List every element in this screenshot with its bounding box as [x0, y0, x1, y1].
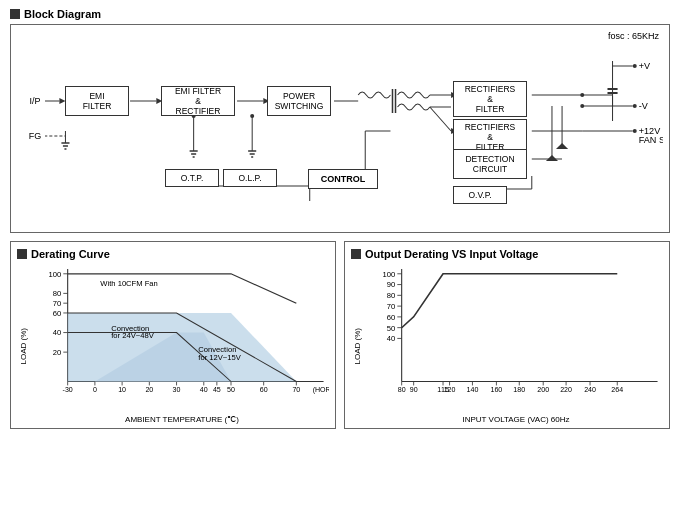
derating-square-icon	[17, 249, 27, 259]
svg-marker-43	[556, 143, 568, 149]
block-diagram-header: Block Diagram	[10, 8, 670, 20]
output-derating-x-axis-label: INPUT VOLTAGE (VAC) 60Hz	[369, 415, 663, 424]
svg-text:50: 50	[387, 324, 395, 333]
svg-text:(HORIZONTAL): (HORIZONTAL)	[313, 387, 329, 395]
svg-text:60: 60	[260, 387, 268, 394]
output-derating-title: Output Derating VS Input Voltage	[365, 248, 538, 260]
derating-curve-header: Derating Curve	[17, 248, 329, 260]
svg-text:10: 10	[118, 387, 126, 394]
output-derating-chart-container: LOAD (%) 100 90 80	[351, 264, 663, 424]
svg-text:0: 0	[93, 387, 97, 394]
svg-text:-30: -30	[63, 387, 73, 394]
svg-text:100: 100	[48, 270, 61, 279]
svg-text:60: 60	[53, 309, 61, 318]
otp-box: O.T.P.	[165, 169, 219, 187]
olp-box: O.L.P.	[223, 169, 277, 187]
power-switching-box: POWERSWITCHING	[267, 86, 331, 116]
derating-chart-svg: 100 80 70 60 40 20	[35, 264, 329, 406]
svg-text:for 12V~15V: for 12V~15V	[198, 353, 241, 362]
svg-text:70: 70	[387, 302, 395, 311]
svg-text:240: 240	[584, 387, 596, 394]
svg-text:140: 140	[467, 387, 479, 394]
svg-text:-V: -V	[639, 101, 648, 111]
svg-text:50: 50	[227, 387, 235, 394]
svg-text:90: 90	[387, 281, 395, 290]
ip-label: I/P	[25, 91, 45, 111]
svg-point-36	[633, 129, 637, 133]
svg-text:FAN SUPPLY: FAN SUPPLY	[639, 135, 663, 145]
derating-curve-title: Derating Curve	[31, 248, 110, 260]
output-derating-y-axis-label: LOAD (%)	[353, 328, 362, 364]
fg-label: FG	[25, 128, 45, 144]
svg-text:220: 220	[560, 387, 572, 394]
svg-text:for 24V~48V: for 24V~48V	[111, 332, 154, 341]
svg-line-19	[430, 107, 451, 131]
output-derating-section: Output Derating VS Input Voltage LOAD (%…	[344, 241, 670, 429]
svg-text:60: 60	[387, 313, 395, 322]
page: Block Diagram fosc : 65KHz I/P FG	[0, 0, 680, 525]
output-derating-chart-svg: 100 90 80 70 60 50	[369, 264, 663, 406]
svg-point-40	[580, 104, 584, 108]
rectifiers-filter-top-box: RECTIFIERS&FILTER	[453, 81, 527, 117]
svg-text:40: 40	[53, 329, 61, 338]
block-diagram-section: fosc : 65KHz I/P FG	[10, 24, 670, 233]
svg-point-27	[633, 64, 637, 68]
svg-text:80: 80	[398, 387, 406, 394]
detection-circuit-box: DETECTIONCIRCUIT	[453, 149, 527, 179]
svg-text:200: 200	[537, 387, 549, 394]
svg-text:30: 30	[173, 387, 181, 394]
control-box: CONTROL	[308, 169, 378, 189]
svg-text:70: 70	[292, 387, 300, 394]
svg-marker-102	[68, 313, 297, 382]
svg-text:90: 90	[410, 387, 418, 394]
svg-text:100: 100	[382, 270, 395, 279]
svg-text:40: 40	[387, 335, 395, 344]
derating-y-axis-label: LOAD (%)	[19, 328, 28, 364]
output-derating-square-icon	[351, 249, 361, 259]
svg-marker-44	[546, 155, 558, 161]
block-diagram-svg: I/P FG	[17, 31, 663, 226]
block-diagram-title: Block Diagram	[24, 8, 101, 20]
emi-filter-box: EMIFILTER	[65, 86, 129, 116]
derating-chart-container: LOAD (%) 100 80 70	[17, 264, 329, 424]
svg-text:180: 180	[513, 387, 525, 394]
bottom-sections: Derating Curve LOAD (%) 100 80	[10, 241, 670, 429]
svg-text:20: 20	[145, 387, 153, 394]
svg-text:70: 70	[53, 299, 61, 308]
svg-text:+12V: +12V	[639, 126, 660, 136]
derating-curve-section: Derating Curve LOAD (%) 100 80	[10, 241, 336, 429]
svg-text:264: 264	[611, 387, 623, 394]
svg-text:With 10CFM Fan: With 10CFM Fan	[100, 279, 157, 288]
svg-text:+V: +V	[639, 61, 650, 71]
svg-text:120: 120	[444, 387, 456, 394]
header-square-icon	[10, 9, 20, 19]
output-derating-header: Output Derating VS Input Voltage	[351, 248, 663, 260]
ovp-box: O.V.P.	[453, 186, 507, 204]
svg-text:45: 45	[213, 387, 221, 394]
svg-text:40: 40	[200, 387, 208, 394]
svg-text:20: 20	[53, 348, 61, 357]
svg-text:160: 160	[491, 387, 503, 394]
emi-filter-rectifier-box: EMI FILTER&RECTIFIER	[161, 86, 235, 116]
svg-point-32	[633, 104, 637, 108]
derating-x-axis-label: AMBIENT TEMPERATURE (℃)	[35, 415, 329, 424]
svg-point-65	[250, 114, 254, 118]
fosc-label: fosc : 65KHz	[608, 31, 659, 41]
svg-point-39	[580, 93, 584, 97]
svg-text:80: 80	[387, 292, 395, 301]
block-diagram-inner: fosc : 65KHz I/P FG	[17, 31, 663, 226]
svg-text:80: 80	[53, 290, 61, 299]
